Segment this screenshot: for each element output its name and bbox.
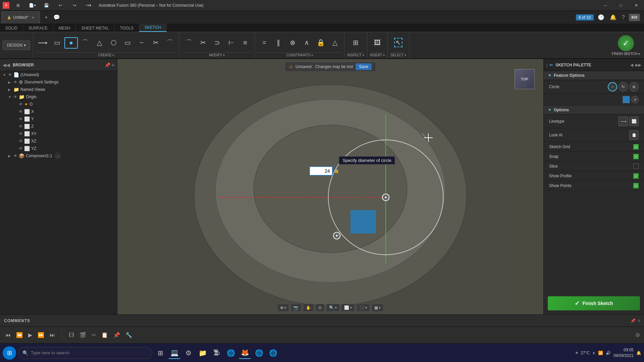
layout-btn[interactable]: ▦▾ [371,304,384,312]
linetype-solid-btn[interactable]: ⟶ [619,117,628,126]
taskbar-chrome[interactable]: 🌐 [253,347,265,359]
spline-tool[interactable]: ~ [135,38,148,48]
vis-o[interactable]: 👁 [19,102,23,107]
taskbar-task-view[interactable]: ⊞ [154,347,166,359]
fillet-tool[interactable]: ⌒ [182,38,196,48]
triangle-tool[interactable]: △ [93,38,106,48]
taskbar-settings[interactable]: ⚙ [182,347,195,359]
playback-settings-btn[interactable]: ⚙ [635,332,640,338]
concentric-constraint[interactable]: ⊗ [286,38,299,48]
zoom-btn[interactable]: 🔍▾ [326,304,340,312]
timeline-icon-1[interactable]: 🎞 [67,331,75,340]
tree-origin-x[interactable]: 👁 ⬜ X [0,108,117,115]
visibility-icon[interactable]: 👁 [8,72,12,77]
nav-cube[interactable]: TOP [511,66,538,93]
search-bar[interactable]: 🔍 Type here to search [18,347,152,359]
comments-menu-icon[interactable]: ≡ [638,318,640,323]
vis-yz[interactable]: 👁 [19,146,23,151]
network-icon[interactable]: 📶 [598,351,603,355]
taskbar-folder[interactable]: 📁 [197,347,209,359]
canvas[interactable]: ⚠ Unsaved: Changes may be lost Save Spec… [117,59,543,314]
trim-tool[interactable]: ✂ [196,38,210,48]
palette-expand-btn[interactable]: ▶▶ [635,63,641,67]
rectangle-tool[interactable]: ▭ [50,38,64,48]
circle-2pt-btn[interactable]: ↻ [619,82,628,92]
notification-bell[interactable]: 🔔 [636,351,641,355]
start-button[interactable]: ⊞ [3,346,16,360]
palette-collapse-btn[interactable]: ◀ [630,63,633,67]
component-target-icon[interactable]: ⊙ [55,153,60,159]
vis-x[interactable]: 👁 [19,109,23,114]
tab-solid[interactable]: SOLID [0,24,23,32]
offset-tool[interactable]: ≡ [238,38,252,48]
tree-origin-o[interactable]: 👁 ✦ O [0,101,117,108]
tree-origin-z[interactable]: 👁 ⬜ Z [0,123,117,130]
chat-btn[interactable]: 💬 [51,13,62,21]
orbit-btn[interactable]: ⊙ [315,304,325,312]
tray-expand-btn[interactable]: ∧ [592,351,595,355]
browser-pin-icon[interactable]: 📌 [105,62,110,68]
home-view-btn[interactable]: ⊕▾ [277,304,289,312]
tree-origin-xy[interactable]: 👁 ⬜ XY [0,130,117,137]
options-header[interactable]: ▼ Options [544,106,644,115]
finish-sketch-btn[interactable]: ✓ FINISH SKETCH ▾ [612,35,640,56]
tree-origin-xz[interactable]: 👁 ⬜ XZ [0,137,117,145]
slice-checkbox[interactable] [633,164,639,169]
nav-cube-face[interactable]: TOP [515,69,535,89]
camera-btn[interactable]: 📷 [290,304,302,312]
grid-view-btn[interactable]: ⬛▾ [356,304,370,312]
grid-apps-btn[interactable]: ⊞ [12,2,24,8]
tab-surface[interactable]: SURFACE [23,24,53,32]
vis-component[interactable]: 👁 [13,154,17,158]
sketch-grid-checkbox[interactable]: ✓ [633,144,639,149]
show-points-checkbox[interactable]: ✓ [633,183,639,188]
redo-fwd-btn[interactable]: ↪▾ [83,2,95,8]
extend-tool[interactable]: ⊃ [210,38,224,48]
tree-named-views[interactable]: ▶ 📁 Named Views [0,86,117,93]
taskbar-explorer[interactable]: 💻 [168,347,180,359]
inspect-btn[interactable]: ⊞ [349,38,362,48]
help-icon[interactable]: ? [621,13,626,22]
color-reset-btn[interactable]: ↺ [631,96,639,103]
save-document-btn[interactable]: Save [356,63,372,70]
arc-tool[interactable]: ⌒ [78,38,92,48]
tree-unsaved[interactable]: ▼ 👁 📄 (Unsaved) [0,71,117,78]
vis-doc-settings[interactable]: 👁 [13,80,17,84]
snap-checkbox[interactable]: ✓ [633,154,639,159]
polygon-tool[interactable]: ⬡ [107,38,120,48]
document-tab[interactable]: 🔒 Untitled* ✕ [1,11,40,23]
new-tab-btn[interactable]: + [43,14,50,21]
finish-sketch-button[interactable]: ✓ Finish Sketch [548,296,640,310]
notification-icon[interactable]: 🔔 [608,13,618,22]
conic-tool[interactable]: ✂ [149,38,162,48]
browser-collapse-btn[interactable]: ◀◀ [3,62,10,68]
file-menu[interactable]: 📄▾ [26,2,38,8]
tab-tools[interactable]: TOOLS [115,24,139,32]
fixed-constraint[interactable]: 🔒 [314,38,327,48]
tab-sketch[interactable]: SKETCH [139,24,167,32]
tree-origin-yz[interactable]: 👁 ⬜ YZ [0,145,117,152]
play-btn[interactable]: ▶ [27,330,34,340]
close-btn[interactable]: ✕ [629,0,644,11]
timeline-icon-4[interactable]: 📋 [100,330,109,340]
feature-options-header[interactable]: ▼ Feature Options [544,71,644,80]
skip-start-btn[interactable]: ⏮ [4,331,12,340]
display-mode-btn[interactable]: ⬜▾ [341,304,355,312]
timeline-icon-6[interactable]: 🔧 [124,330,133,340]
vis-z[interactable]: 👁 [19,124,23,129]
timeline-icon-5[interactable]: 📌 [112,330,121,340]
user-initials[interactable]: KH [629,14,640,21]
maximize-btn[interactable]: □ [613,0,629,11]
timeline-icon-3[interactable]: ✂ [90,330,97,340]
design-menu-btn[interactable]: DESIGN ▾ [3,41,30,50]
look-at-btn[interactable]: 📋 [629,130,639,140]
taskbar-winzip[interactable]: 🗜 [211,347,223,359]
taskbar-edge[interactable]: 🌐 [267,347,279,359]
tree-origin[interactable]: ▼ 👁 📁 Origin [0,93,117,101]
skip-end-btn[interactable]: ⏭ [48,331,56,340]
circle-3pt-btn[interactable]: ⊛ [629,82,639,92]
slot-tool[interactable]: ▭ [121,38,134,48]
tree-component[interactable]: ▶ 👁 📦 Component1:1 ⊙ [0,152,117,160]
input-lock-icon[interactable]: 🔒 [334,169,339,173]
break-tool[interactable]: ⊢ [224,38,238,48]
